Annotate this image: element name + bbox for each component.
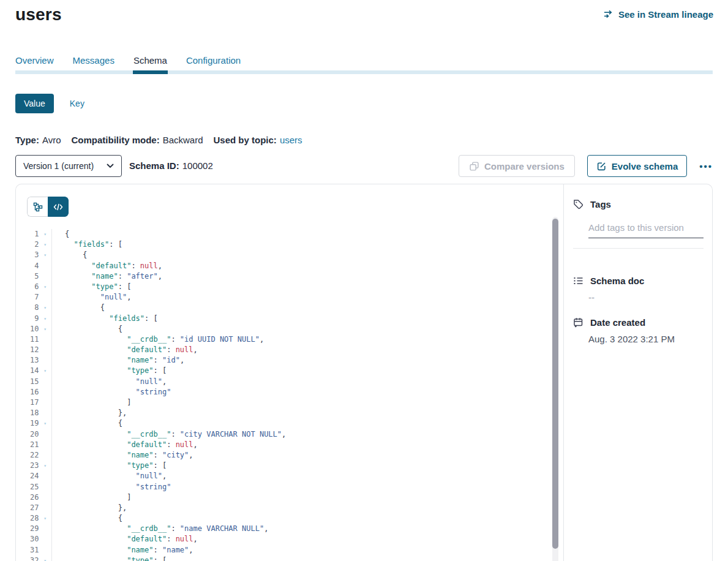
gutter-row: 15 xyxy=(16,377,51,387)
tree-view-button[interactable] xyxy=(27,197,48,217)
version-dropdown-value: Version 1 (current) xyxy=(23,161,94,171)
fold-toggle-icon: ▾ xyxy=(39,366,51,376)
calendar-plus-icon xyxy=(573,317,584,328)
fold-toggle-icon: ▾ xyxy=(39,555,51,561)
gutter-row: 21 xyxy=(16,440,51,450)
code-editor[interactable]: 1▾2▾3▾456▾78▾9▾10▾11121314▾1516171819▾20… xyxy=(16,229,563,561)
fold-toggle-icon: ▾ xyxy=(39,418,51,429)
code-line: "name": "name", xyxy=(65,545,286,555)
code-line: "default": null, xyxy=(65,534,286,544)
tree-view-icon xyxy=(33,202,43,212)
schema-editor-card: 1▾2▾3▾456▾78▾9▾10▾11121314▾1516171819▾20… xyxy=(15,184,713,561)
gutter-row: 22 xyxy=(16,450,51,461)
code-line: "default": null, xyxy=(65,440,286,450)
gutter-row: 20 xyxy=(16,429,51,440)
edit-icon xyxy=(596,161,607,171)
code-line: "string" xyxy=(65,387,286,397)
schema-doc-title: Schema doc xyxy=(590,276,644,286)
schema-id: Schema ID: 100002 xyxy=(129,160,213,171)
code-view-button[interactable] xyxy=(48,197,69,217)
schema-id-value: 100002 xyxy=(182,160,213,171)
version-toolbar: Version 1 (current) Schema ID: 100002 Co… xyxy=(15,155,713,177)
code-line: { xyxy=(65,418,286,429)
fold-toggle-icon: ▾ xyxy=(39,239,51,250)
evolve-schema-label: Evolve schema xyxy=(612,161,678,171)
code-line: { xyxy=(65,250,286,260)
code-line: }, xyxy=(65,503,286,513)
more-actions-button[interactable]: ••• xyxy=(699,159,713,174)
code-line: "default": null, xyxy=(65,345,286,355)
gutter-row[interactable]: 8▾ xyxy=(16,303,51,313)
gutter-row[interactable]: 6▾ xyxy=(16,282,51,292)
editor-scrollbar-track[interactable] xyxy=(552,217,558,561)
gutter-row[interactable]: 9▾ xyxy=(16,314,51,324)
value-toggle-button[interactable]: Value xyxy=(15,94,54,113)
gutter-row[interactable]: 3▾ xyxy=(16,250,51,260)
chevron-down-icon xyxy=(107,164,114,168)
gutter-row: 30 xyxy=(16,534,51,544)
gutter-row: 26 xyxy=(16,492,51,503)
code-line: "null", xyxy=(65,377,286,387)
type-value: Avro xyxy=(42,135,61,145)
code-line: { xyxy=(65,324,286,334)
gutter-row: 7 xyxy=(16,292,51,303)
tag-icon xyxy=(573,199,584,209)
value-key-toggle: Value Key xyxy=(15,94,84,113)
code-line: "fields": [ xyxy=(65,239,286,250)
tab-schema[interactable]: Schema xyxy=(133,55,167,77)
date-created-title: Date created xyxy=(590,317,645,328)
compare-icon xyxy=(469,161,479,171)
gutter-row: 17 xyxy=(16,397,51,408)
stream-lineage-icon xyxy=(604,9,614,20)
gutter-row[interactable]: 10▾ xyxy=(16,324,51,334)
compare-versions-button[interactable]: Compare versions xyxy=(459,155,575,177)
gutter-row[interactable]: 14▾ xyxy=(16,366,51,376)
gutter-row[interactable]: 19▾ xyxy=(16,418,51,429)
gutter-row[interactable]: 2▾ xyxy=(16,239,51,250)
schema-doc-header: Schema doc xyxy=(573,276,644,286)
compatibility-label: Compatibility mode: xyxy=(71,135,159,145)
fold-toggle-icon: ▾ xyxy=(39,229,51,239)
gutter-row: 27 xyxy=(16,503,51,513)
gutter-row: 13 xyxy=(16,355,51,366)
code-line: "type": [ xyxy=(65,461,286,471)
gutter-row: 29 xyxy=(16,524,51,534)
gutter-row: 31 xyxy=(16,545,51,555)
stream-lineage-link[interactable]: See in Stream lineage xyxy=(604,9,713,20)
code-line: { xyxy=(65,229,286,239)
fold-toggle-icon: ▾ xyxy=(39,303,51,313)
compare-versions-label: Compare versions xyxy=(484,161,565,171)
gutter-row[interactable]: 28▾ xyxy=(16,513,51,524)
code-line: "fields": [ xyxy=(65,314,286,324)
version-dropdown[interactable]: Version 1 (current) xyxy=(15,155,122,177)
stream-lineage-label: See in Stream lineage xyxy=(618,9,713,20)
code-line: "__crdb__": "id UUID NOT NULL", xyxy=(65,334,286,345)
schema-id-label: Schema ID: xyxy=(129,160,179,171)
date-created-value: Aug. 3 2022 3:21 PM xyxy=(588,334,675,344)
list-icon xyxy=(573,276,584,286)
gutter-row[interactable]: 23▾ xyxy=(16,461,51,471)
tab-underline-track xyxy=(15,70,713,74)
code-line: "default": null, xyxy=(65,261,286,271)
view-toggle xyxy=(27,197,69,217)
tags-section-header: Tags xyxy=(573,199,611,209)
gutter-row: 24 xyxy=(16,471,51,481)
code-line: "name": "id", xyxy=(65,355,286,366)
code-line: "type": [ xyxy=(65,555,286,561)
topic-link[interactable]: users xyxy=(280,135,302,145)
code-view-icon xyxy=(53,203,63,211)
fold-toggle-icon: ▾ xyxy=(39,314,51,324)
tags-title: Tags xyxy=(590,199,611,209)
code-line: "__crdb__": "city VARCHAR NOT NULL", xyxy=(65,429,286,440)
key-toggle-button[interactable]: Key xyxy=(70,99,84,108)
gutter-row[interactable]: 32▾ xyxy=(16,555,51,561)
tags-input[interactable] xyxy=(588,220,704,238)
gutter-row[interactable]: 1▾ xyxy=(16,229,51,239)
schema-meta: Type:Avro Compatibility mode:Backward Us… xyxy=(15,135,302,145)
type-label: Type: xyxy=(15,135,39,145)
evolve-schema-button[interactable]: Evolve schema xyxy=(587,155,687,177)
editor-scrollbar-thumb[interactable] xyxy=(552,219,558,549)
gutter-row: 25 xyxy=(16,482,51,492)
gutter-row: 5 xyxy=(16,271,51,282)
code-pane: 1▾2▾3▾456▾78▾9▾10▾11121314▾1516171819▾20… xyxy=(16,184,563,561)
